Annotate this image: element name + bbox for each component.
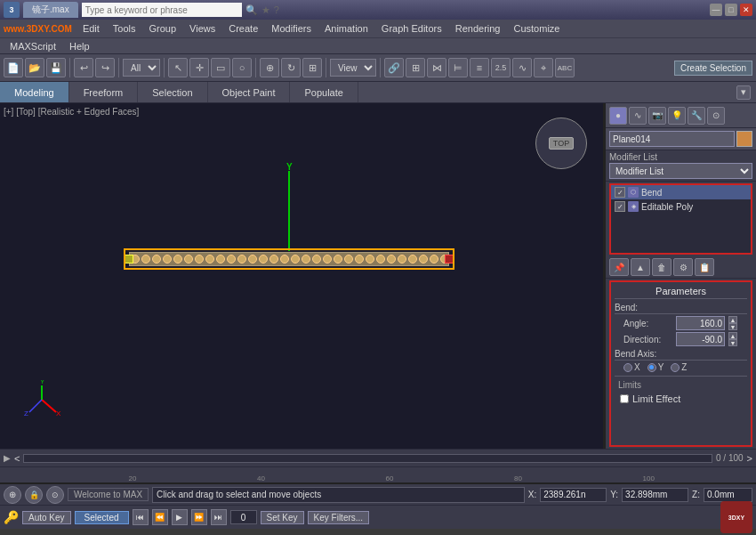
pt-move-up[interactable]: ▲ <box>631 258 650 276</box>
tab-menu-button[interactable]: ▾ <box>736 85 751 100</box>
direction-input[interactable] <box>676 332 725 346</box>
panel-icon-sphere[interactable]: ● <box>609 107 627 125</box>
toolbar-abc[interactable]: ABC <box>555 58 575 77</box>
selection-box <box>124 248 454 270</box>
auto-key-button[interactable]: Auto Key <box>22 511 71 524</box>
selection-filter[interactable]: All <box>123 59 160 77</box>
pt-copy[interactable]: 📋 <box>695 258 714 276</box>
viewport-play-btn[interactable]: ▶ <box>4 453 11 463</box>
pb-to-start[interactable]: ⏮ <box>133 509 149 525</box>
toolbar-btn-open[interactable]: 📂 <box>25 58 44 77</box>
close-button[interactable]: ✕ <box>740 4 752 16</box>
toolbar-text[interactable]: 2.5 <box>491 58 511 77</box>
mod-check-poly[interactable]: ✓ <box>615 201 625 212</box>
tab-freeform[interactable]: Freeform <box>69 82 139 102</box>
toolbar-separator3 <box>164 58 165 77</box>
toolbar-btn-save[interactable]: 💾 <box>46 58 66 77</box>
axis-y-radio[interactable]: Y <box>647 362 664 372</box>
panel-icon-light[interactable]: 💡 <box>668 107 686 125</box>
frame-input[interactable] <box>230 510 257 524</box>
modifier-bend[interactable]: ✓ ⬡ Bend <box>611 185 751 199</box>
tab-modeling[interactable]: Modeling <box>0 82 69 102</box>
toolbar-rect-select[interactable]: ▭ <box>211 58 230 77</box>
toolbar-circle-select[interactable]: ○ <box>232 58 252 77</box>
direction-spin-up[interactable]: ▲ <box>728 332 737 339</box>
view-dropdown[interactable]: View <box>330 59 376 77</box>
pb-next-frame[interactable]: ⏩ <box>191 509 207 525</box>
toolbar-btn-redo[interactable]: ↪ <box>95 58 115 77</box>
toolbar-grid[interactable]: ⊞ <box>406 58 425 77</box>
toolbar-scale[interactable]: ⊞ <box>302 58 322 77</box>
set-key-button[interactable]: Set Key <box>261 511 304 524</box>
selected-button[interactable]: Selected <box>75 511 129 524</box>
minimize-button[interactable]: — <box>710 4 722 16</box>
search-input[interactable] <box>82 3 242 17</box>
menu-group[interactable]: Group <box>143 21 183 36</box>
modifier-list-dropdown[interactable]: Modifier List <box>609 163 752 179</box>
progress-label: 0 / 100 <box>716 453 744 463</box>
object-name-input[interactable] <box>609 131 735 147</box>
viewport[interactable]: [+] [Top] [Realistic + Edged Faces] TOP <box>0 103 605 449</box>
x-coord-input[interactable] <box>540 488 607 502</box>
panel-icon-camera[interactable]: 📷 <box>648 107 666 125</box>
axis-x-radio[interactable]: X <box>623 362 640 372</box>
toolbar-align[interactable]: ⊨ <box>448 58 468 77</box>
toolbar-magnet[interactable]: 🔗 <box>384 58 404 77</box>
pb-play[interactable]: ▶ <box>172 509 188 525</box>
toolbar-btn-new[interactable]: 📄 <box>4 58 23 77</box>
menu-maxscript[interactable]: MAXScript <box>4 39 62 53</box>
panel-icon-curve[interactable]: ∿ <box>629 107 647 125</box>
sb-icon-move[interactable]: ⊕ <box>4 486 21 504</box>
sb-icon-snap[interactable]: ⊙ <box>46 486 64 504</box>
modifier-editable-poly[interactable]: ✓ ◈ Editable Poly <box>611 199 751 214</box>
menu-modifiers[interactable]: Modifiers <box>265 21 318 36</box>
toolbar-rotate[interactable]: ↻ <box>281 58 301 77</box>
tab-selection[interactable]: Selection <box>138 82 207 102</box>
key-filters-button[interactable]: Key Filters... <box>308 511 370 524</box>
toolbar-link[interactable]: ⊕ <box>260 58 279 77</box>
angle-spin-down[interactable]: ▼ <box>728 323 737 330</box>
angle-spin-up[interactable]: ▲ <box>728 316 737 323</box>
mod-check-bend[interactable]: ✓ <box>615 187 625 198</box>
menu-customize[interactable]: Customize <box>507 21 566 36</box>
toolbar-btn-undo[interactable]: ↩ <box>74 58 93 77</box>
menu-tools[interactable]: Tools <box>107 21 142 36</box>
menu-edit[interactable]: Edit <box>76 21 106 36</box>
pb-prev-frame[interactable]: ⏪ <box>152 509 168 525</box>
toolbar-curve[interactable]: ∿ <box>512 58 532 77</box>
active-tab[interactable]: 镜子.max <box>23 2 78 18</box>
toolbar-move[interactable]: ✛ <box>189 58 209 77</box>
create-selection-button[interactable]: Create Selection <box>674 61 752 76</box>
z-coord-input[interactable] <box>704 488 752 502</box>
menu-animation[interactable]: Animation <box>318 21 374 36</box>
menu-graph-editors[interactable]: Graph Editors <box>375 21 448 36</box>
axis-x-btn[interactable] <box>623 363 632 372</box>
tab-populate[interactable]: Populate <box>290 82 358 102</box>
progress-bar-container[interactable] <box>23 454 712 463</box>
menu-create[interactable]: Create <box>222 21 264 36</box>
maximize-button[interactable]: □ <box>725 4 737 16</box>
pt-settings[interactable]: ⚙ <box>673 258 693 276</box>
tab-object-paint[interactable]: Object Paint <box>208 82 291 102</box>
pt-pin[interactable]: 📌 <box>609 258 629 276</box>
panel-icon-hierarchy[interactable]: ⊙ <box>707 107 725 125</box>
toolbar-mirror[interactable]: ⋈ <box>427 58 446 77</box>
y-coord-input[interactable] <box>622 488 688 502</box>
toolbar-layer[interactable]: ≡ <box>470 58 489 77</box>
menu-rendering[interactable]: Rendering <box>449 21 507 36</box>
axis-y-btn[interactable] <box>647 363 656 372</box>
angle-input[interactable] <box>676 316 725 330</box>
toolbar-select[interactable]: ↖ <box>168 58 188 77</box>
sb-icon-lock[interactable]: 🔒 <box>25 486 43 504</box>
pb-to-end[interactable]: ⏭ <box>211 509 227 525</box>
axis-z-btn[interactable] <box>671 363 680 372</box>
axis-z-radio[interactable]: Z <box>671 362 687 372</box>
menu-views[interactable]: Views <box>183 21 221 36</box>
panel-icon-modifier[interactable]: 🔧 <box>688 107 705 125</box>
menu-help[interactable]: Help <box>63 39 96 53</box>
direction-spin-down[interactable]: ▼ <box>728 339 737 346</box>
toolbar-snap[interactable]: ⌖ <box>534 58 553 77</box>
object-color-swatch[interactable] <box>736 131 752 147</box>
pt-trash[interactable]: 🗑 <box>652 258 672 276</box>
limit-effect-checkbox[interactable] <box>620 394 629 403</box>
